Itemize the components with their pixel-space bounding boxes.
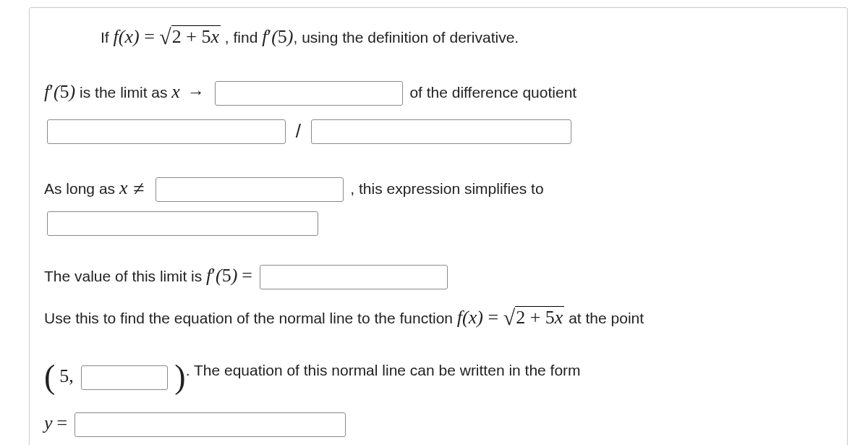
text-normal-line-form: The equation of this normal line can be … xyxy=(194,362,581,378)
point-comma: , xyxy=(69,365,74,386)
text-using-def: , using the definition of derivative. xyxy=(293,29,519,46)
arrow-icon: → xyxy=(184,82,208,101)
math-y: y xyxy=(44,412,53,433)
question-frame: If f(x) = √2 + 5x , find f′(5), using th… xyxy=(29,7,848,445)
text-simplifies-to: this expression simplifies to xyxy=(359,180,544,197)
input-simplified-expression[interactable] xyxy=(47,211,318,236)
math-equals: = xyxy=(144,26,159,47)
input-diff-quotient-denominator[interactable] xyxy=(311,119,571,144)
input-point-y-value[interactable] xyxy=(81,365,168,390)
prompt-line: If f(x) = √2 + 5x , find f′(5), using th… xyxy=(101,18,833,53)
math-x: x xyxy=(171,81,180,102)
simplify-line: As long as x ≠ , this expression simplif… xyxy=(44,167,833,238)
input-fprime-5-value[interactable] xyxy=(260,265,448,289)
math-fprime-5: f′(5) xyxy=(262,26,293,47)
text-find: , find xyxy=(225,29,262,46)
text-at-the-point: at the point xyxy=(569,310,644,326)
text-if: If xyxy=(101,29,114,46)
point-group: ( 5, ) xyxy=(44,338,186,404)
right-paren-icon: ) xyxy=(174,358,185,395)
value-and-normal-line: The value of this limit is f′(5) = Use t… xyxy=(44,257,833,442)
math-fprime-5-b: f′(5) xyxy=(44,81,75,102)
text-is-the-limit-as: is the limit as xyxy=(80,84,171,101)
slash-divider: / xyxy=(293,120,304,142)
text-value-of-limit: The value of this limit is xyxy=(44,268,206,284)
math-equals-c: = xyxy=(488,307,503,328)
input-limit-point[interactable] xyxy=(215,81,403,106)
left-paren-icon: ( xyxy=(44,358,55,395)
limit-definition-line: f′(5) is the limit as x → of the differe… xyxy=(44,73,833,148)
text-as-long-as: As long as xyxy=(44,180,119,197)
math-f-of-x: f(x) xyxy=(114,26,145,47)
math-equals-b: = xyxy=(242,265,252,286)
not-equal-icon: ≠ xyxy=(132,177,148,200)
text-use-this: Use this to find the equation of the nor… xyxy=(44,310,457,326)
math-fprime-5-c: f′(5) xyxy=(206,265,237,286)
text-comma: , xyxy=(350,180,359,197)
point-x-value: 5 xyxy=(59,365,69,386)
input-x-not-equal[interactable] xyxy=(156,177,344,202)
input-diff-quotient-numerator[interactable] xyxy=(47,119,286,144)
math-sqrt-2-plus-5x-b: √2 + 5x xyxy=(503,294,565,338)
text-period: . xyxy=(186,362,194,378)
math-equals-d: = xyxy=(56,412,67,433)
math-x-b: x xyxy=(119,177,128,198)
math-sqrt-2-plus-5x: √2 + 5x xyxy=(159,18,221,53)
input-normal-line-equation[interactable] xyxy=(75,412,346,437)
text-of-difference-quotient: of the difference quotient xyxy=(409,84,576,101)
math-f-of-x-b: f(x) xyxy=(457,307,488,328)
